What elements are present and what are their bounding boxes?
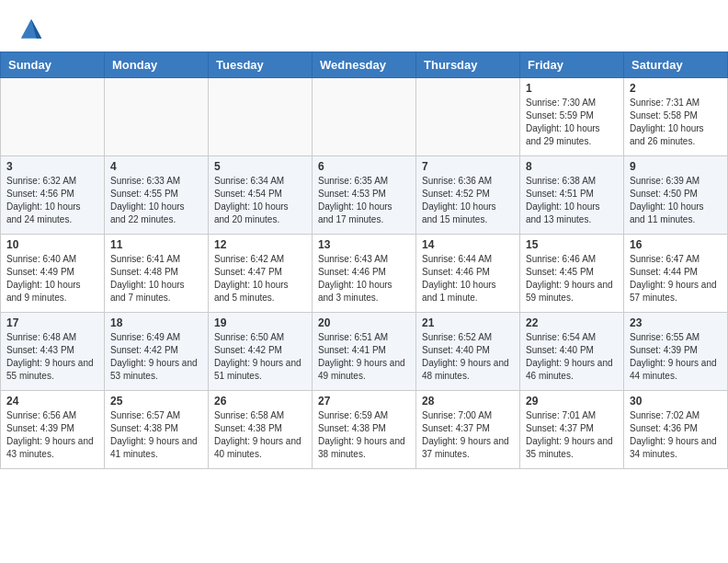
calendar-cell [1, 78, 105, 156]
day-info: Sunrise: 6:56 AM Sunset: 4:39 PM Dayligh… [6, 409, 98, 461]
calendar-cell: 2Sunrise: 7:31 AM Sunset: 5:58 PM Daylig… [624, 78, 728, 156]
day-info: Sunrise: 7:30 AM Sunset: 5:59 PM Dayligh… [526, 97, 618, 148]
day-number: 19 [214, 316, 306, 329]
day-number: 11 [110, 238, 202, 251]
calendar-header-saturday: Saturday [624, 52, 728, 78]
calendar-table: SundayMondayTuesdayWednesdayThursdayFrid… [0, 52, 728, 469]
calendar-cell [209, 78, 313, 156]
day-number: 24 [6, 395, 98, 408]
day-number: 5 [214, 160, 306, 173]
calendar-cell: 11Sunrise: 6:41 AM Sunset: 4:48 PM Dayli… [105, 235, 209, 313]
calendar-week-row: 17Sunrise: 6:48 AM Sunset: 4:43 PM Dayli… [1, 313, 728, 391]
day-number: 6 [318, 160, 410, 173]
day-number: 25 [110, 395, 202, 408]
day-info: Sunrise: 6:48 AM Sunset: 4:43 PM Dayligh… [6, 331, 98, 383]
day-number: 15 [526, 238, 618, 251]
calendar-week-row: 10Sunrise: 6:40 AM Sunset: 4:49 PM Dayli… [1, 235, 728, 313]
day-number: 18 [110, 316, 202, 329]
calendar-cell: 6Sunrise: 6:35 AM Sunset: 4:53 PM Daylig… [313, 156, 416, 235]
calendar-cell: 22Sunrise: 6:54 AM Sunset: 4:40 PM Dayli… [520, 313, 624, 391]
calendar-cell: 20Sunrise: 6:51 AM Sunset: 4:41 PM Dayli… [313, 313, 416, 391]
header [0, 0, 728, 52]
calendar-cell: 21Sunrise: 6:52 AM Sunset: 4:40 PM Dayli… [416, 313, 520, 391]
logo [18, 17, 48, 42]
calendar-cell: 5Sunrise: 6:34 AM Sunset: 4:54 PM Daylig… [209, 156, 313, 235]
day-info: Sunrise: 6:35 AM Sunset: 4:53 PM Dayligh… [318, 175, 410, 226]
calendar-cell: 18Sunrise: 6:49 AM Sunset: 4:42 PM Dayli… [105, 313, 209, 391]
day-info: Sunrise: 7:31 AM Sunset: 5:58 PM Dayligh… [630, 97, 722, 148]
calendar-cell: 13Sunrise: 6:43 AM Sunset: 4:46 PM Dayli… [313, 235, 416, 313]
day-info: Sunrise: 7:01 AM Sunset: 4:37 PM Dayligh… [526, 409, 618, 461]
day-info: Sunrise: 6:38 AM Sunset: 4:51 PM Dayligh… [526, 175, 618, 226]
day-number: 9 [630, 160, 722, 173]
day-info: Sunrise: 6:49 AM Sunset: 4:42 PM Dayligh… [110, 331, 202, 383]
day-info: Sunrise: 6:32 AM Sunset: 4:56 PM Dayligh… [6, 175, 98, 226]
day-number: 3 [6, 160, 98, 173]
day-info: Sunrise: 6:39 AM Sunset: 4:50 PM Dayligh… [630, 175, 722, 226]
day-info: Sunrise: 6:58 AM Sunset: 4:38 PM Dayligh… [214, 409, 306, 461]
day-number: 16 [630, 238, 722, 251]
day-info: Sunrise: 6:33 AM Sunset: 4:55 PM Dayligh… [110, 175, 202, 226]
calendar-cell: 17Sunrise: 6:48 AM Sunset: 4:43 PM Dayli… [1, 313, 105, 391]
calendar-week-row: 3Sunrise: 6:32 AM Sunset: 4:56 PM Daylig… [1, 156, 728, 235]
day-number: 20 [318, 316, 410, 329]
day-info: Sunrise: 6:52 AM Sunset: 4:40 PM Dayligh… [422, 331, 514, 383]
day-number: 28 [422, 395, 514, 408]
day-number: 7 [422, 160, 514, 173]
day-info: Sunrise: 6:43 AM Sunset: 4:46 PM Dayligh… [318, 253, 410, 304]
day-info: Sunrise: 6:47 AM Sunset: 4:44 PM Dayligh… [630, 253, 722, 304]
day-info: Sunrise: 6:42 AM Sunset: 4:47 PM Dayligh… [214, 253, 306, 304]
day-number: 27 [318, 395, 410, 408]
calendar-cell: 4Sunrise: 6:33 AM Sunset: 4:55 PM Daylig… [105, 156, 209, 235]
calendar-header-monday: Monday [105, 52, 209, 78]
calendar-cell: 1Sunrise: 7:30 AM Sunset: 5:59 PM Daylig… [520, 78, 624, 156]
day-number: 29 [526, 395, 618, 408]
calendar-cell: 9Sunrise: 6:39 AM Sunset: 4:50 PM Daylig… [624, 156, 728, 235]
calendar-week-row: 1Sunrise: 7:30 AM Sunset: 5:59 PM Daylig… [1, 78, 728, 156]
day-info: Sunrise: 6:57 AM Sunset: 4:38 PM Dayligh… [110, 409, 202, 461]
calendar-week-row: 24Sunrise: 6:56 AM Sunset: 4:39 PM Dayli… [1, 391, 728, 469]
day-info: Sunrise: 6:55 AM Sunset: 4:39 PM Dayligh… [630, 331, 722, 383]
calendar-cell: 27Sunrise: 6:59 AM Sunset: 4:38 PM Dayli… [313, 391, 416, 469]
calendar-cell: 12Sunrise: 6:42 AM Sunset: 4:47 PM Dayli… [209, 235, 313, 313]
calendar-header-friday: Friday [520, 52, 624, 78]
day-info: Sunrise: 6:46 AM Sunset: 4:45 PM Dayligh… [526, 253, 618, 304]
day-info: Sunrise: 6:44 AM Sunset: 4:46 PM Dayligh… [422, 253, 514, 304]
calendar-header-thursday: Thursday [416, 52, 520, 78]
day-info: Sunrise: 6:59 AM Sunset: 4:38 PM Dayligh… [318, 409, 410, 461]
day-info: Sunrise: 6:50 AM Sunset: 4:42 PM Dayligh… [214, 331, 306, 383]
day-number: 2 [630, 82, 722, 95]
calendar-cell: 15Sunrise: 6:46 AM Sunset: 4:45 PM Dayli… [520, 235, 624, 313]
calendar-cell: 25Sunrise: 6:57 AM Sunset: 4:38 PM Dayli… [105, 391, 209, 469]
day-number: 22 [526, 316, 618, 329]
day-info: Sunrise: 7:02 AM Sunset: 4:36 PM Dayligh… [630, 409, 722, 461]
calendar-header-row: SundayMondayTuesdayWednesdayThursdayFrid… [1, 52, 728, 78]
day-number: 26 [214, 395, 306, 408]
calendar-header-wednesday: Wednesday [313, 52, 416, 78]
calendar-cell: 8Sunrise: 6:38 AM Sunset: 4:51 PM Daylig… [520, 156, 624, 235]
logo-icon [18, 17, 44, 42]
day-number: 21 [422, 316, 514, 329]
calendar-cell: 19Sunrise: 6:50 AM Sunset: 4:42 PM Dayli… [209, 313, 313, 391]
day-number: 13 [318, 238, 410, 251]
calendar-cell: 30Sunrise: 7:02 AM Sunset: 4:36 PM Dayli… [624, 391, 728, 469]
day-number: 1 [526, 82, 618, 95]
day-number: 4 [110, 160, 202, 173]
day-number: 30 [630, 395, 722, 408]
day-number: 17 [6, 316, 98, 329]
calendar-cell: 26Sunrise: 6:58 AM Sunset: 4:38 PM Dayli… [209, 391, 313, 469]
day-number: 8 [526, 160, 618, 173]
day-info: Sunrise: 7:00 AM Sunset: 4:37 PM Dayligh… [422, 409, 514, 461]
day-number: 14 [422, 238, 514, 251]
day-info: Sunrise: 6:41 AM Sunset: 4:48 PM Dayligh… [110, 253, 202, 304]
calendar-cell [105, 78, 209, 156]
calendar-header-tuesday: Tuesday [209, 52, 313, 78]
day-info: Sunrise: 6:34 AM Sunset: 4:54 PM Dayligh… [214, 175, 306, 226]
calendar-cell: 16Sunrise: 6:47 AM Sunset: 4:44 PM Dayli… [624, 235, 728, 313]
calendar-cell: 28Sunrise: 7:00 AM Sunset: 4:37 PM Dayli… [416, 391, 520, 469]
calendar-cell: 3Sunrise: 6:32 AM Sunset: 4:56 PM Daylig… [1, 156, 105, 235]
day-info: Sunrise: 6:54 AM Sunset: 4:40 PM Dayligh… [526, 331, 618, 383]
calendar-cell: 10Sunrise: 6:40 AM Sunset: 4:49 PM Dayli… [1, 235, 105, 313]
calendar-cell: 14Sunrise: 6:44 AM Sunset: 4:46 PM Dayli… [416, 235, 520, 313]
calendar-cell [313, 78, 416, 156]
